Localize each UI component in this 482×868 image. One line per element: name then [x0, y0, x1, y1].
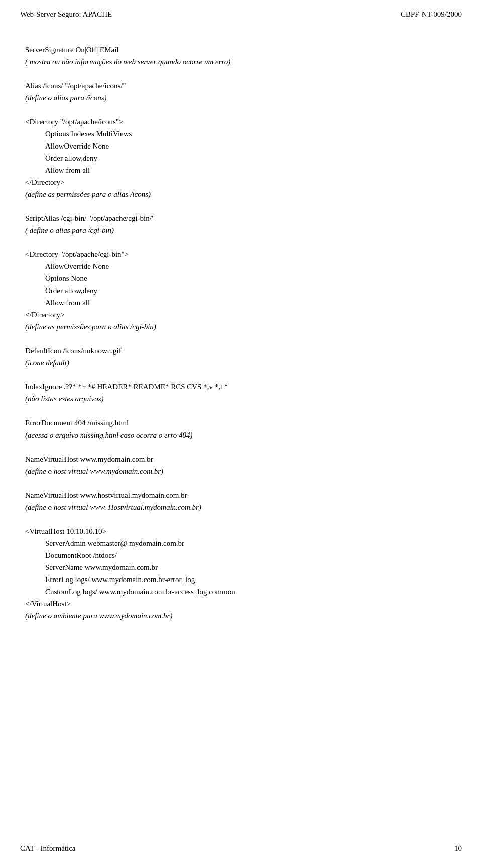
content-line: DocumentRoot /htdocs/ [25, 549, 457, 561]
content-line: Allow from all [25, 164, 457, 176]
content-line: Options Indexes MultiViews [25, 128, 457, 140]
content-line: IndexIgnore .??* *~ *# HEADER* README* R… [25, 381, 457, 393]
content-line: (define o host virtual www.mydomain.com.… [25, 465, 457, 477]
content-line: <Directory "/opt/apache/cgi-bin"> [25, 248, 457, 260]
section-name-virtual-host-1: NameVirtualHost www.mydomain.com.br(defi… [25, 453, 457, 477]
content-line: </Directory> [25, 309, 457, 321]
content-line: </Directory> [25, 176, 457, 188]
content-line: Options None [25, 272, 457, 284]
content-line: (não listas estes arquivos) [25, 393, 457, 405]
content-line: Alias /icons/ "/opt/apache/icons/" [25, 80, 457, 92]
main-content: ServerSignature On|Off| EMail( mostra ou… [20, 44, 462, 622]
section-server-signature: ServerSignature On|Off| EMail( mostra ou… [25, 44, 457, 68]
footer-right: 10 [454, 844, 462, 853]
content-line: ( define o alias para /cgi-bin) [25, 224, 457, 236]
section-default-icon: DefaultIcon /icons/unknown.gif(icone def… [25, 345, 457, 369]
content-line: NameVirtualHost www.hostvirtual.mydomain… [25, 489, 457, 501]
footer-left: CAT - Informática [20, 844, 76, 853]
content-line: ServerAdmin webmaster@ mydomain.com.br [25, 537, 457, 549]
section-virtual-host-block: <VirtualHost 10.10.10.10>ServerAdmin web… [25, 525, 457, 622]
section-name-virtual-host-2: NameVirtualHost www.hostvirtual.mydomain… [25, 489, 457, 513]
content-line: Order allow,deny [25, 152, 457, 164]
content-line: ScriptAlias /cgi-bin/ "/opt/apache/cgi-b… [25, 212, 457, 224]
content-line: ServerName www.mydomain.com.br [25, 561, 457, 573]
page-header: Web-Server Seguro: APACHE CBPF-NT-009/20… [20, 10, 462, 24]
content-line: (define as permissões para o alias /cgi-… [25, 321, 457, 333]
content-line: <VirtualHost 10.10.10.10> [25, 525, 457, 537]
content-line: (icone default) [25, 357, 457, 369]
content-line: Order allow,deny [25, 284, 457, 297]
page: Web-Server Seguro: APACHE CBPF-NT-009/20… [0, 0, 482, 868]
content-line: (acessa o arquivo missing.html caso ocor… [25, 429, 457, 441]
page-footer: CAT - Informática 10 [0, 844, 482, 853]
content-line: Allow from all [25, 297, 457, 309]
content-line: </VirtualHost> [25, 598, 457, 610]
content-line: (define o alias para /icons) [25, 92, 457, 104]
section-alias-icons: Alias /icons/ "/opt/apache/icons/"(defin… [25, 80, 457, 104]
content-line: AllowOverride None [25, 140, 457, 152]
content-line: ErrorLog logs/ www.mydomain.com.br-error… [25, 573, 457, 586]
content-line: (define o ambiente para www.mydomain.com… [25, 610, 457, 622]
content-line: DefaultIcon /icons/unknown.gif [25, 345, 457, 357]
content-line: ErrorDocument 404 /missing.html [25, 417, 457, 429]
content-line: NameVirtualHost www.mydomain.com.br [25, 453, 457, 465]
content-line: CustomLog logs/ www.mydomain.com.br-acce… [25, 586, 457, 598]
content-line: (define as permissões para o alias /icon… [25, 188, 457, 200]
content-line: ( mostra ou não informações do web serve… [25, 56, 457, 68]
content-line: (define o host virtual www. Hostvirtual.… [25, 501, 457, 513]
section-error-document: ErrorDocument 404 /missing.html(acessa o… [25, 417, 457, 441]
content-line: ServerSignature On|Off| EMail [25, 44, 457, 56]
content-line: <Directory "/opt/apache/icons"> [25, 116, 457, 128]
section-directory-icons: <Directory "/opt/apache/icons">Options I… [25, 116, 457, 200]
section-directory-cgi-bin: <Directory "/opt/apache/cgi-bin">AllowOv… [25, 248, 457, 333]
header-title-left: Web-Server Seguro: APACHE [20, 10, 112, 19]
section-index-ignore: IndexIgnore .??* *~ *# HEADER* README* R… [25, 381, 457, 405]
header-title-right: CBPF-NT-009/2000 [401, 10, 462, 19]
section-script-alias: ScriptAlias /cgi-bin/ "/opt/apache/cgi-b… [25, 212, 457, 236]
content-line: AllowOverride None [25, 260, 457, 272]
